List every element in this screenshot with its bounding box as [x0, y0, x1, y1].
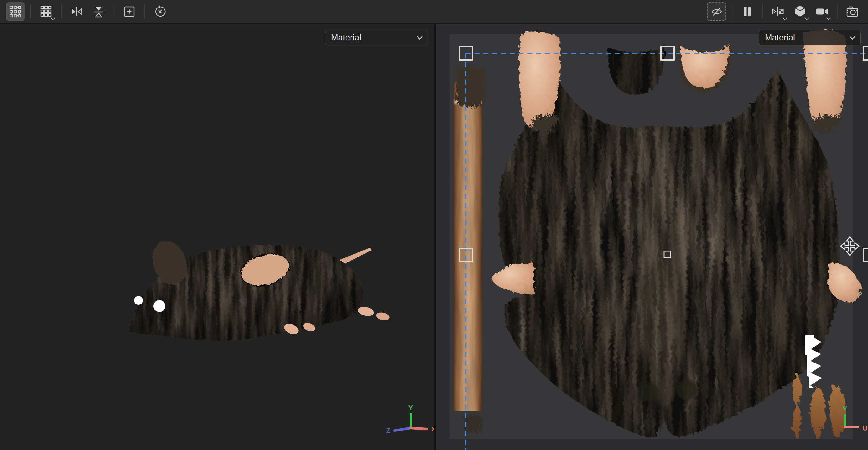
- chevron-down-icon: [804, 17, 809, 21]
- uv-eye-spot: [639, 382, 657, 400]
- toolbar-separator: [145, 4, 145, 19]
- axis-gizmo-3d: Y Z X: [386, 404, 434, 434]
- toolbar: [0, 0, 868, 24]
- mouse-model: [128, 236, 390, 340]
- rotate-reset-icon: [153, 4, 167, 19]
- screenshot-button[interactable]: [843, 2, 862, 21]
- mouse-foot: [375, 311, 390, 322]
- axis-label-y: Y: [408, 404, 413, 412]
- viewport-3d[interactable]: Y Z X Material: [0, 24, 434, 450]
- arrange-grid-button[interactable]: [37, 2, 56, 21]
- toolbar-separator: [61, 4, 62, 19]
- marquee-select-button[interactable]: [6, 2, 25, 21]
- chevron-down-icon: [416, 35, 423, 40]
- toolbar-separator: [837, 4, 838, 19]
- chevron-down-icon: [50, 17, 56, 21]
- viewport-divider[interactable]: [434, 24, 436, 450]
- viewport-3d-scene: Y Z X: [0, 24, 434, 450]
- toggle-hidden-button[interactable]: [707, 2, 726, 21]
- uv-island-leg-left[interactable]: [518, 31, 560, 130]
- material-dropdown-3d[interactable]: Material: [325, 30, 428, 46]
- chevron-down-icon: [782, 17, 787, 21]
- mouse-eye: [134, 296, 143, 305]
- mouse-foot: [357, 305, 375, 317]
- selection-handle-mid-right[interactable]: [863, 248, 868, 261]
- uv-island-tail-strip[interactable]: [454, 64, 483, 430]
- shading-mode-button[interactable]: [790, 2, 809, 21]
- pause-icon: [740, 4, 755, 19]
- mirror-horizontal-icon: [69, 4, 84, 19]
- photo-camera-icon: [845, 4, 860, 19]
- split-view-button[interactable]: [769, 2, 787, 21]
- material-dropdown-uv-value: Material: [765, 33, 795, 43]
- viewport-uv-scene: V U: [435, 24, 868, 450]
- material-dropdown-uv[interactable]: Material: [759, 30, 861, 46]
- toolbar-left-group: [4, 0, 171, 23]
- mirror-vertical-button[interactable]: [89, 2, 108, 21]
- axis-label-z: Z: [386, 427, 390, 434]
- chevron-down-icon: [849, 35, 856, 40]
- uv-axis-label-v: V: [843, 404, 847, 412]
- toolbar-separator: [732, 4, 732, 19]
- uv-eye-spot: [675, 378, 696, 399]
- mirror-vertical-icon: [91, 4, 106, 19]
- uv-axis-label-u: U: [863, 425, 867, 432]
- material-dropdown-3d-value: Material: [331, 33, 361, 43]
- toolbar-separator: [114, 4, 114, 19]
- chevron-down-icon: [826, 17, 831, 21]
- reset-transform-button[interactable]: [151, 2, 169, 21]
- toolbar-right-group: [706, 0, 864, 23]
- eye-slash-icon: [709, 4, 724, 19]
- marquee-select-icon: [8, 4, 23, 19]
- mouse-eye: [154, 300, 165, 312]
- toolbar-separator: [763, 4, 763, 19]
- pause-button[interactable]: [738, 2, 757, 21]
- frame-selection-button[interactable]: [120, 2, 139, 21]
- frame-plus-icon: [122, 4, 137, 19]
- mirror-horizontal-button[interactable]: [67, 2, 86, 21]
- axis-label-x: X: [431, 425, 434, 433]
- toolbar-separator: [30, 4, 31, 19]
- camera-mode-button[interactable]: [812, 2, 831, 21]
- viewport-uv[interactable]: V U Material: [435, 24, 868, 450]
